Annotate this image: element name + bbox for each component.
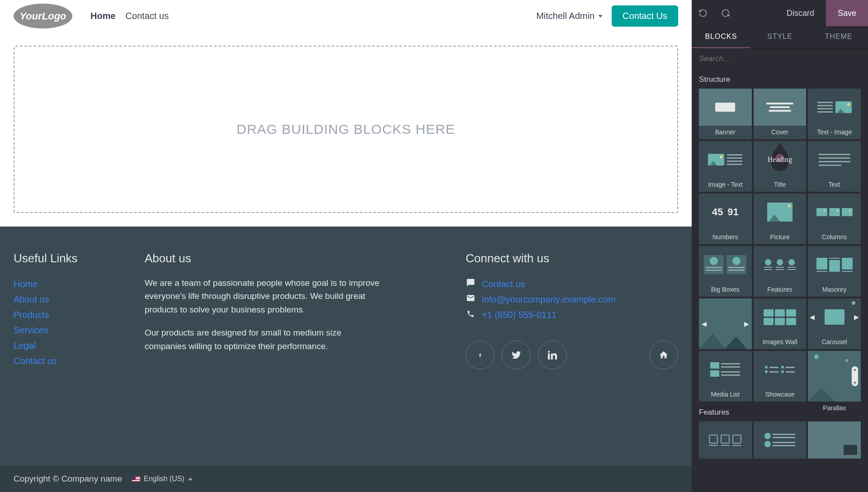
block-features[interactable]: Features: [754, 246, 807, 297]
search-input[interactable]: [699, 54, 861, 63]
tab-theme[interactable]: THEME: [809, 26, 868, 48]
envelope-icon: [466, 292, 476, 307]
tab-style[interactable]: STYLE: [750, 26, 809, 48]
site-footer: Useful Links Home About us Products Serv…: [0, 227, 692, 466]
block-numbers[interactable]: 4591Numbers: [699, 194, 752, 244]
discard-button[interactable]: Discard: [775, 0, 826, 26]
caret-down-icon: [598, 15, 603, 18]
block-picture[interactable]: Picture: [754, 194, 807, 244]
user-name: Mitchell Admin: [536, 11, 594, 21]
blocks-list[interactable]: Structure Banner Cover Text - Image Imag…: [692, 69, 868, 492]
block-title[interactable]: HeadingTitle: [754, 141, 807, 192]
connect-title: Connect with us: [466, 251, 678, 265]
about-title: About us: [145, 251, 384, 265]
footer-link-about[interactable]: About us: [14, 292, 118, 307]
footer-link-legal[interactable]: Legal: [14, 338, 118, 353]
block-dropzone[interactable]: DRAG BUILDING BLOCKS HERE: [14, 46, 678, 213]
language-label: English (US): [144, 475, 184, 483]
nav-contact[interactable]: Contact us: [126, 11, 169, 21]
block-text-image[interactable]: Text - Image: [808, 89, 861, 139]
block-parallax[interactable]: ▲▼Parallax: [808, 351, 861, 402]
about-p2: Our products are designed for small to m…: [145, 326, 384, 353]
editor-tabs: BLOCKS STYLE THEME: [692, 26, 868, 49]
block-image-text[interactable]: Image - Text: [699, 141, 752, 192]
phone-icon: [466, 307, 476, 322]
block-feature-2[interactable]: [754, 421, 807, 459]
nav-home[interactable]: Home: [90, 11, 116, 21]
tab-blocks[interactable]: BLOCKS: [692, 26, 750, 48]
caret-up-icon: [188, 478, 193, 480]
copyright-text: Copyright © Company name: [14, 474, 122, 484]
footer-link-contact[interactable]: Contact us: [14, 353, 118, 369]
block-media-list[interactable]: Media List: [699, 351, 752, 402]
section-structure-title: Structure: [699, 69, 861, 89]
website-preview: YourLogo Home Contact us Mitchell Admin …: [0, 0, 692, 492]
block-banner[interactable]: Banner: [699, 89, 752, 139]
copyright-bar: Copyright © Company name English (US): [0, 466, 692, 492]
footer-link-products[interactable]: Products: [14, 307, 118, 322]
block-big-boxes[interactable]: Big Boxes: [699, 246, 752, 297]
about-col: About us We are a team of passionate peo…: [145, 251, 384, 369]
language-selector[interactable]: English (US): [132, 475, 193, 483]
main-nav: Home Contact us: [90, 11, 169, 21]
block-cover[interactable]: Cover: [754, 89, 807, 139]
block-feature-3[interactable]: [808, 421, 861, 459]
block-showcase[interactable]: Showcase: [754, 351, 807, 402]
connect-col: Connect with us Contact us info@yourcomp…: [466, 251, 678, 369]
about-p1: We are a team of passionate people whose…: [145, 276, 384, 316]
linkedin-icon[interactable]: [538, 341, 567, 369]
editor-panel: Discard Save BLOCKS STYLE THEME Structur…: [692, 0, 868, 492]
block-text[interactable]: Text: [808, 141, 861, 192]
footer-link-home[interactable]: Home: [14, 276, 118, 292]
site-logo[interactable]: YourLogo: [14, 4, 72, 28]
save-button[interactable]: Save: [826, 0, 868, 26]
block-feature-1[interactable]: [699, 421, 752, 459]
home-icon[interactable]: [649, 341, 678, 369]
speech-bubble-icon: [466, 276, 476, 292]
undo-button[interactable]: [692, 0, 714, 26]
facebook-icon[interactable]: [466, 341, 495, 369]
useful-links-col: Useful Links Home About us Products Serv…: [14, 251, 118, 369]
twitter-icon[interactable]: [502, 341, 531, 369]
connect-contact-link[interactable]: Contact us: [482, 276, 525, 292]
editor-toolbar: Discard Save: [692, 0, 868, 26]
block-columns[interactable]: Columns: [808, 194, 861, 244]
block-images-wall[interactable]: Images Wall: [754, 298, 807, 349]
contact-us-button[interactable]: Contact Us: [612, 5, 678, 27]
redo-button[interactable]: [714, 0, 737, 26]
user-menu[interactable]: Mitchell Admin: [536, 11, 603, 21]
block-masonry[interactable]: Masonry: [808, 246, 861, 297]
block-carousel[interactable]: ◀▶Carousel: [808, 298, 861, 349]
block-image-gallery[interactable]: ◀▶Image Gallery: [699, 298, 752, 349]
site-topbar: YourLogo Home Contact us Mitchell Admin …: [0, 0, 692, 32]
connect-phone-link[interactable]: +1 (650) 555-0111: [482, 307, 557, 322]
footer-link-services[interactable]: Services: [14, 322, 118, 338]
useful-links-title: Useful Links: [14, 251, 118, 265]
us-flag-icon: [132, 476, 140, 482]
search-box: [692, 49, 868, 69]
connect-email-link[interactable]: info@yourcompany.example.com: [482, 292, 616, 307]
